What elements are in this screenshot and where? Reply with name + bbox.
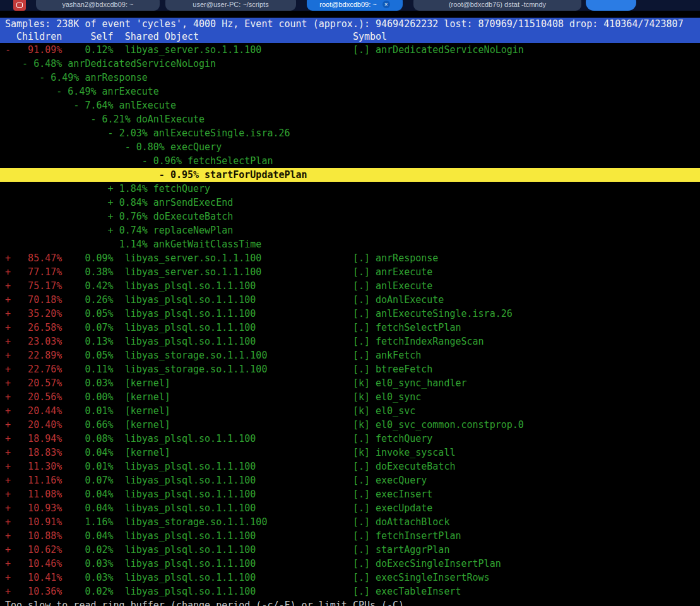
perf-callchain-row[interactable]: - 7.64% anlExecute <box>0 98 700 112</box>
collapse-icon[interactable]: - <box>73 100 85 111</box>
perf-callchain-row[interactable]: + 0.84% anrSendExecEnd <box>0 196 700 210</box>
expand-icon[interactable]: + <box>5 447 16 458</box>
expand-icon[interactable]: + <box>5 433 16 444</box>
perf-entry-row[interactable]: + 22.89% 0.05% libyas_storage.so.1.1.100… <box>0 348 700 362</box>
collapse-icon[interactable]: - <box>22 58 33 69</box>
expand-icon[interactable]: + <box>5 336 16 347</box>
perf-entry-row[interactable]: + 18.94% 0.08% libyas_plsql.so.1.1.100 [… <box>0 432 700 446</box>
perf-entry-row[interactable]: + 11.16% 0.07% libyas_plsql.so.1.1.100 [… <box>0 473 700 487</box>
collapse-icon[interactable]: - <box>108 128 119 139</box>
expand-icon[interactable]: + <box>5 252 16 264</box>
perf-entry-row[interactable]: + 10.41% 0.03% libyas_plsql.so.1.1.100 [… <box>0 571 700 585</box>
tab-label: user@user-PC: ~/scripts <box>193 1 268 8</box>
new-tab-button[interactable] <box>586 0 636 11</box>
perf-callchain-row[interactable]: - 0.96% fetchSelectPlan <box>0 154 700 168</box>
perf-entry-row[interactable]: + 10.91% 1.16% libyas_storage.so.1.1.100… <box>0 515 700 529</box>
perf-entry-row[interactable]: + 20.44% 0.01% [kernel] [k] el0_svc <box>0 404 700 418</box>
expand-icon[interactable]: + <box>5 475 16 486</box>
expand-icon[interactable]: + <box>5 377 16 389</box>
perf-entry-row[interactable]: + 10.88% 0.04% libyas_plsql.so.1.1.100 [… <box>0 529 700 543</box>
expand-icon[interactable]: + <box>5 461 16 472</box>
terminal-app-icon[interactable] <box>13 0 26 11</box>
expand-icon[interactable]: + <box>5 516 16 528</box>
perf-callchain-row[interactable]: - 6.49% anrResponse <box>0 71 700 85</box>
perf-entry-row[interactable]: + 20.40% 0.66% [kernel] [k] el0_svc_comm… <box>0 418 700 432</box>
expand-icon[interactable]: + <box>5 294 16 306</box>
collapse-icon[interactable]: - <box>90 114 102 125</box>
expand-icon[interactable]: + <box>108 211 119 222</box>
perf-title-bar: Samples: 238K of event 'cycles', 4000 Hz… <box>0 18 700 43</box>
perf-entry-row[interactable]: + 10.62% 0.02% libyas_plsql.so.1.1.100 [… <box>0 543 700 557</box>
collapse-icon[interactable]: - <box>5 44 16 56</box>
terminal-window: yashan2@bdxcdb09: ~ user@user-PC: ~/scri… <box>0 0 700 606</box>
tab-label: root@bdxcdb09: ~ <box>319 1 376 8</box>
column-headers: Children Self Shared Object Symbol <box>0 30 700 43</box>
expand-icon[interactable]: + <box>5 419 16 431</box>
perf-entry-row[interactable]: + 35.20% 0.05% libyas_plsql.so.1.1.100 [… <box>0 307 700 321</box>
perf-callchain-row[interactable]: - 2.03% anlExecuteSingle.isra.26 <box>0 126 700 140</box>
perf-callchain-row[interactable]: - 0.80% execQuery <box>0 140 700 154</box>
perf-entry-row[interactable]: + 20.57% 0.03% [kernel] [k] el0_sync_han… <box>0 376 700 390</box>
status-helpline: Too slow to read ring buffer (change per… <box>0 598 700 606</box>
perf-entry-row[interactable]: + 85.47% 0.09% libyas_server.so.1.1.100 … <box>0 251 700 265</box>
collapse-icon[interactable]: - <box>159 169 170 181</box>
expand-icon[interactable]: + <box>5 280 16 292</box>
perf-entry-row[interactable]: + 10.36% 0.02% libyas_plsql.so.1.1.100 [… <box>0 585 700 598</box>
tab-bar: yashan2@bdxcdb09: ~ user@user-PC: ~/scri… <box>0 0 700 11</box>
samples-summary: Samples: 238K of event 'cycles', 4000 Hz… <box>0 18 700 30</box>
perf-entry-row[interactable]: + 22.76% 0.11% libyas_storage.so.1.1.100… <box>0 362 700 376</box>
expand-icon[interactable]: + <box>108 197 119 208</box>
expand-icon[interactable]: + <box>5 266 16 278</box>
tab-root-bdxcdb09-active[interactable]: root@bdxcdb09: ~ × <box>307 0 403 11</box>
perf-entry-row[interactable]: + 10.93% 0.04% libyas_plsql.so.1.1.100 [… <box>0 501 700 515</box>
expand-icon[interactable]: + <box>5 391 16 403</box>
expand-icon[interactable]: + <box>5 544 16 556</box>
expand-icon[interactable]: + <box>108 183 119 194</box>
tab-yashan2-bdxcdb09[interactable]: yashan2@bdxcdb09: ~ <box>36 0 160 11</box>
expand-icon[interactable]: + <box>5 572 16 583</box>
perf-entry-row[interactable]: + 23.03% 0.13% libyas_plsql.so.1.1.100 [… <box>0 335 700 348</box>
perf-callchain-row[interactable]: + 0.76% doExecuteBatch <box>0 210 700 223</box>
perf-callchain-row[interactable]: - 6.48% anrDedicatedServiceNoLogin <box>0 57 700 71</box>
expand-icon[interactable]: + <box>5 586 16 597</box>
perf-callchain-row[interactable]: - 6.49% anrExecute <box>0 85 700 98</box>
perf-entry-row[interactable]: + 18.83% 0.04% [kernel] [k] invoke_sysca… <box>0 446 700 460</box>
tab-label: yashan2@bdxcdb09: ~ <box>62 1 134 8</box>
expand-icon[interactable]: + <box>5 350 16 361</box>
perf-entry-row[interactable]: + 26.58% 0.07% libyas_plsql.so.1.1.100 [… <box>0 321 700 335</box>
perf-callchain-row[interactable]: - 0.95% startForUpdatePlan <box>0 168 700 182</box>
perf-entry-row[interactable]: + 11.08% 0.04% libyas_plsql.so.1.1.100 [… <box>0 487 700 501</box>
expand-icon[interactable]: + <box>5 530 16 542</box>
perf-entry-row[interactable]: + 10.46% 0.03% libyas_plsql.so.1.1.100 [… <box>0 557 700 571</box>
close-icon[interactable]: × <box>383 1 390 8</box>
expand-icon[interactable]: + <box>5 558 16 569</box>
tab-user-pc-scripts[interactable]: user@user-PC: ~/scripts <box>165 0 296 11</box>
perf-entry-row[interactable]: + 20.56% 0.00% [kernel] [k] el0_sync <box>0 390 700 404</box>
expand-icon[interactable]: + <box>5 308 16 319</box>
expand-icon[interactable]: + <box>108 225 119 236</box>
collapse-icon[interactable]: - <box>56 86 68 97</box>
perf-entry-row[interactable]: + 11.30% 0.01% libyas_plsql.so.1.1.100 [… <box>0 460 700 473</box>
perf-callchain-row[interactable]: + 1.84% fetchQuery <box>0 182 700 196</box>
expand-icon[interactable]: + <box>5 322 16 333</box>
collapse-icon[interactable]: - <box>125 141 136 153</box>
collapse-icon[interactable]: - <box>142 155 153 167</box>
collapse-icon[interactable]: - <box>39 72 50 83</box>
expand-icon[interactable]: + <box>5 405 16 417</box>
perf-entry-row[interactable]: + 75.17% 0.42% libyas_plsql.so.1.1.100 [… <box>0 279 700 293</box>
expand-icon[interactable]: + <box>5 502 16 514</box>
perf-rows: - 91.09% 0.12% libyas_server.so.1.1.100 … <box>0 43 700 598</box>
perf-entry-row[interactable]: - 91.09% 0.12% libyas_server.so.1.1.100 … <box>0 43 700 57</box>
expand-icon[interactable]: + <box>5 489 16 500</box>
window-gap <box>0 11 700 18</box>
expand-icon[interactable]: + <box>5 364 16 375</box>
perf-callchain-row[interactable]: - 6.21% doAnlExecute <box>0 112 700 126</box>
perf-callchain-row[interactable]: 1.14% ankGetWaitClassTime <box>0 237 700 251</box>
tab-root-bdxcdb76-dstat[interactable]: (root@bdxcdb76) dstat -tcmndy <box>413 0 581 11</box>
perf-entry-row[interactable]: + 70.18% 0.26% libyas_plsql.so.1.1.100 [… <box>0 293 700 307</box>
perf-callchain-row[interactable]: + 0.74% replaceNewPlan <box>0 223 700 237</box>
tab-label: (root@bdxcdb76) dstat -tcmndy <box>449 1 546 8</box>
perf-entry-row[interactable]: + 77.17% 0.38% libyas_server.so.1.1.100 … <box>0 265 700 279</box>
